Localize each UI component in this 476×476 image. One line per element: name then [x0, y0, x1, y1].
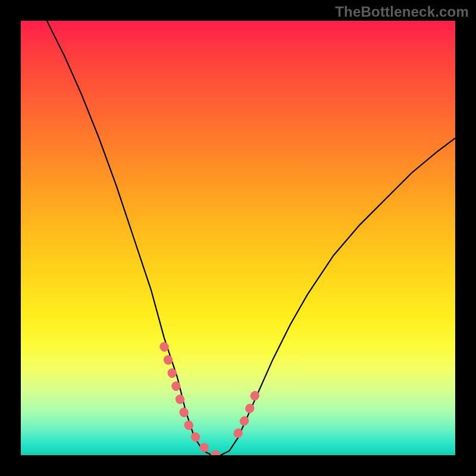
chart-svg	[21, 21, 455, 455]
watermark-text: TheBottleneck.com	[335, 4, 469, 20]
bottleneck-curve-path	[47, 21, 455, 455]
highlight-left-path	[164, 347, 225, 456]
highlight-right-path	[238, 394, 255, 434]
chart-frame: TheBottleneck.com	[0, 0, 476, 476]
plot-area	[21, 21, 455, 455]
